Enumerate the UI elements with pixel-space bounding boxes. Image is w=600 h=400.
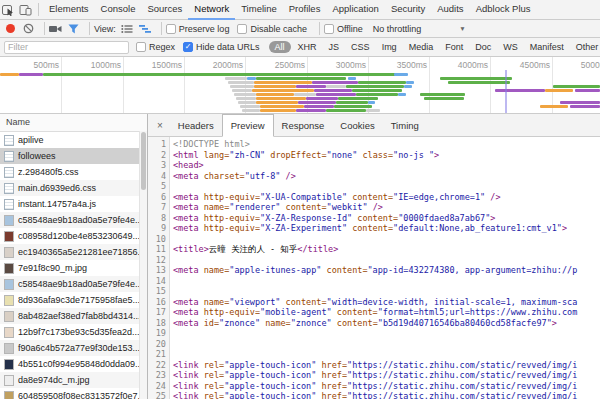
type-pill-doc[interactable]: Doc: [470, 41, 496, 53]
request-row[interactable]: instant.14757a4a.js: [0, 196, 147, 212]
filter-icon[interactable]: [68, 24, 79, 34]
detail-panel: × HeadersPreviewResponseCookiesTiming 12…: [148, 114, 600, 399]
tab-security[interactable]: Security: [385, 0, 431, 20]
divider: [89, 22, 90, 35]
waterfall-bar: [495, 89, 545, 92]
tab-application[interactable]: Application: [326, 0, 384, 20]
waterfall-bar: [420, 93, 465, 96]
request-name: 8d936afa9c3de7175958fae5...: [18, 295, 140, 305]
waterfall-bar: [352, 89, 402, 92]
type-pill-js[interactable]: JS: [324, 41, 345, 53]
request-row[interactable]: 604859508f08ec8313572f0e7...: [0, 388, 147, 399]
request-row[interactable]: 12b9f7c173be93c5d35fea2d...: [0, 324, 147, 340]
code-lines: <!DOCTYPE html><html lang="zh-CN" dropEf…: [170, 137, 600, 399]
type-pill-css[interactable]: CSS: [346, 41, 375, 53]
file-icon: [4, 199, 14, 210]
filter-input[interactable]: [4, 41, 129, 54]
tab-network[interactable]: Network: [188, 0, 235, 20]
gridline: [123, 57, 124, 113]
request-row[interactable]: z.298480f5.css: [0, 164, 147, 180]
image-thumbnail: [4, 215, 14, 226]
waterfall-bar: [254, 85, 296, 88]
offline-checkbox-label: Offline: [337, 24, 363, 34]
close-icon[interactable]: ×: [148, 114, 170, 136]
tab-timeline[interactable]: Timeline: [235, 0, 283, 20]
request-row[interactable]: 7e91f8c90_m.jpg: [0, 260, 147, 276]
request-name: followees: [18, 151, 56, 161]
request-row[interactable]: f90a6c4b572a77e9f30de153...: [0, 340, 147, 356]
request-name: 12b9f7c173be93c5d35fea2d...: [18, 327, 140, 337]
regex-checkbox[interactable]: Regex: [136, 42, 175, 52]
request-row[interactable]: 8ab482aef38ed7fab8bd4314...: [0, 308, 147, 324]
detail-tab-preview[interactable]: Preview: [222, 114, 274, 137]
offline-checkbox-box[interactable]: [324, 24, 334, 34]
waterfall-bar: [366, 109, 380, 112]
file-icon: [4, 135, 14, 146]
disable-cache-checkbox-box[interactable]: [237, 24, 247, 34]
request-row[interactable]: apilive: [0, 132, 147, 148]
waterfall-bar: [314, 89, 352, 92]
type-pill-other[interactable]: Other: [571, 41, 600, 53]
request-row[interactable]: main.d6939ed6.css: [0, 180, 147, 196]
line-number: 23: [148, 370, 166, 381]
offline-checkbox[interactable]: Offline: [324, 24, 363, 34]
detail-tab-headers[interactable]: Headers: [170, 114, 222, 136]
waterfall-bar: [238, 101, 256, 104]
code-line: [173, 349, 600, 360]
detail-tab-cookies[interactable]: Cookies: [332, 114, 382, 136]
request-row[interactable]: c58548ae9b18ad0a5e79fe4e...: [0, 276, 147, 292]
waterfall-bar: [225, 77, 247, 80]
request-row[interactable]: 4b551c0f994e95848d0dda09...: [0, 356, 147, 372]
detail-tab-response[interactable]: Response: [274, 114, 333, 136]
request-row[interactable]: followees: [0, 148, 147, 164]
requests-header[interactable]: Name: [0, 114, 147, 132]
type-pill-manifest[interactable]: Manifest: [525, 41, 569, 53]
type-pill-media[interactable]: Media: [404, 41, 439, 53]
clear-button[interactable]: [23, 23, 34, 34]
type-pill-img[interactable]: Img: [377, 41, 402, 53]
code-line: <link rel="apple-touch-icon" href="https…: [173, 381, 600, 392]
request-row[interactable]: c58548ae9b18ad0a5e79fe4e...: [0, 212, 147, 228]
request-row[interactable]: 8d936afa9c3de7175958fae5...: [0, 292, 147, 308]
hide-data-urls-checkbox-box[interactable]: ✓: [183, 42, 193, 52]
list-view-icon[interactable]: [121, 24, 133, 34]
preserve-log-checkbox-box[interactable]: [166, 24, 176, 34]
detail-tab-timing[interactable]: Timing: [383, 114, 427, 136]
request-row[interactable]: ec1940365a5e21281ee71856...: [0, 244, 147, 260]
line-number: 16: [148, 297, 166, 308]
type-pill-ws[interactable]: WS: [498, 41, 523, 53]
type-pill-xhr[interactable]: XHR: [293, 41, 322, 53]
type-pill-font[interactable]: Font: [440, 41, 468, 53]
disable-cache-checkbox[interactable]: Disable cache: [237, 24, 307, 34]
hide-data-urls-checkbox[interactable]: ✓ Hide data URLs: [183, 42, 260, 52]
waterfall-view-icon[interactable]: [139, 24, 151, 34]
preserve-log-checkbox[interactable]: Preserve log: [166, 24, 230, 34]
tab-elements[interactable]: Elements: [43, 0, 95, 20]
tick-label: 500ms: [33, 60, 59, 70]
sidebar-scrollbar[interactable]: [139, 131, 147, 399]
type-pill-all[interactable]: All: [269, 41, 291, 53]
timeline-overview[interactable]: 500ms1000ms1500ms2000ms2500ms3000ms3500m…: [0, 57, 600, 114]
record-button[interactable]: [6, 24, 15, 33]
line-number: 8: [148, 213, 166, 224]
capture-screenshots-icon[interactable]: [49, 24, 62, 34]
regex-checkbox-box[interactable]: [136, 42, 146, 52]
tab-adblock-plus[interactable]: Adblock Plus: [470, 0, 537, 20]
waterfall-bar: [398, 93, 406, 96]
request-row[interactable]: da8e974dc_m.jpg: [0, 372, 147, 388]
throttling-select[interactable]: No throttling ▼: [373, 24, 466, 34]
tab-sources[interactable]: Sources: [141, 0, 188, 20]
scrollbar-thumb[interactable]: [141, 132, 146, 190]
resource-type-filter: AllXHRJSCSSImgMediaFontDocWSManifestOthe…: [268, 41, 600, 53]
tab-console[interactable]: Console: [95, 0, 142, 20]
tick-label: 4000ms: [458, 60, 488, 70]
request-row[interactable]: c08958d120be4e853230649...: [0, 228, 147, 244]
tab-profiles[interactable]: Profiles: [283, 0, 327, 20]
inspect-icon[interactable]: [0, 0, 17, 19]
tab-audits[interactable]: Audits: [431, 0, 469, 20]
code-viewer[interactable]: 1234567891011121314151617181920212223242…: [148, 137, 600, 399]
detail-tab-bar: × HeadersPreviewResponseCookiesTiming: [148, 114, 600, 137]
device-toolbar-icon[interactable]: [17, 0, 34, 19]
request-name: main.d6939ed6.css: [18, 183, 96, 193]
line-number: 20: [148, 339, 166, 350]
